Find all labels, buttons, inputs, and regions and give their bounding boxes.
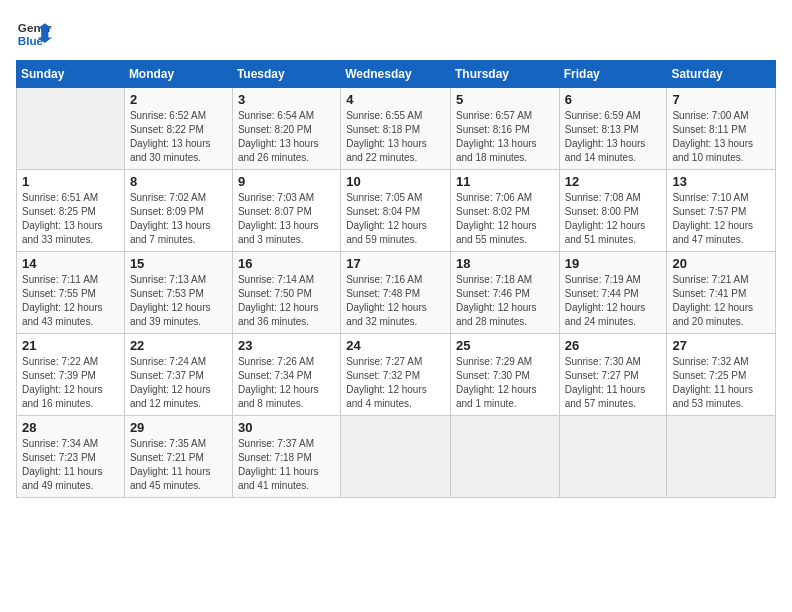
header-monday: Monday bbox=[124, 61, 232, 88]
day-info: Sunrise: 7:34 AM Sunset: 7:23 PM Dayligh… bbox=[22, 437, 119, 493]
day-number: 8 bbox=[130, 174, 227, 189]
calendar-cell: 1Sunrise: 6:51 AM Sunset: 8:25 PM Daylig… bbox=[17, 170, 125, 252]
day-info: Sunrise: 6:57 AM Sunset: 8:16 PM Dayligh… bbox=[456, 109, 554, 165]
calendar-cell: 27Sunrise: 7:32 AM Sunset: 7:25 PM Dayli… bbox=[667, 334, 776, 416]
day-number: 1 bbox=[22, 174, 119, 189]
day-number: 14 bbox=[22, 256, 119, 271]
day-info: Sunrise: 7:11 AM Sunset: 7:55 PM Dayligh… bbox=[22, 273, 119, 329]
calendar-cell: 28Sunrise: 7:34 AM Sunset: 7:23 PM Dayli… bbox=[17, 416, 125, 498]
day-info: Sunrise: 7:16 AM Sunset: 7:48 PM Dayligh… bbox=[346, 273, 445, 329]
day-info: Sunrise: 6:54 AM Sunset: 8:20 PM Dayligh… bbox=[238, 109, 335, 165]
day-info: Sunrise: 7:26 AM Sunset: 7:34 PM Dayligh… bbox=[238, 355, 335, 411]
logo: General Blue bbox=[16, 16, 52, 52]
day-info: Sunrise: 7:22 AM Sunset: 7:39 PM Dayligh… bbox=[22, 355, 119, 411]
day-info: Sunrise: 7:30 AM Sunset: 7:27 PM Dayligh… bbox=[565, 355, 662, 411]
calendar-week-3: 14Sunrise: 7:11 AM Sunset: 7:55 PM Dayli… bbox=[17, 252, 776, 334]
day-info: Sunrise: 7:03 AM Sunset: 8:07 PM Dayligh… bbox=[238, 191, 335, 247]
calendar-cell: 3Sunrise: 6:54 AM Sunset: 8:20 PM Daylig… bbox=[232, 88, 340, 170]
calendar-cell bbox=[341, 416, 451, 498]
calendar-cell: 17Sunrise: 7:16 AM Sunset: 7:48 PM Dayli… bbox=[341, 252, 451, 334]
day-info: Sunrise: 7:35 AM Sunset: 7:21 PM Dayligh… bbox=[130, 437, 227, 493]
calendar-cell: 23Sunrise: 7:26 AM Sunset: 7:34 PM Dayli… bbox=[232, 334, 340, 416]
day-info: Sunrise: 7:37 AM Sunset: 7:18 PM Dayligh… bbox=[238, 437, 335, 493]
day-info: Sunrise: 7:06 AM Sunset: 8:02 PM Dayligh… bbox=[456, 191, 554, 247]
calendar-cell: 18Sunrise: 7:18 AM Sunset: 7:46 PM Dayli… bbox=[450, 252, 559, 334]
calendar-cell: 21Sunrise: 7:22 AM Sunset: 7:39 PM Dayli… bbox=[17, 334, 125, 416]
day-number: 3 bbox=[238, 92, 335, 107]
calendar-cell: 9Sunrise: 7:03 AM Sunset: 8:07 PM Daylig… bbox=[232, 170, 340, 252]
header-tuesday: Tuesday bbox=[232, 61, 340, 88]
calendar-cell: 26Sunrise: 7:30 AM Sunset: 7:27 PM Dayli… bbox=[559, 334, 667, 416]
calendar-cell: 24Sunrise: 7:27 AM Sunset: 7:32 PM Dayli… bbox=[341, 334, 451, 416]
day-info: Sunrise: 7:05 AM Sunset: 8:04 PM Dayligh… bbox=[346, 191, 445, 247]
day-number: 4 bbox=[346, 92, 445, 107]
day-info: Sunrise: 7:29 AM Sunset: 7:30 PM Dayligh… bbox=[456, 355, 554, 411]
calendar-cell: 8Sunrise: 7:02 AM Sunset: 8:09 PM Daylig… bbox=[124, 170, 232, 252]
calendar-cell: 22Sunrise: 7:24 AM Sunset: 7:37 PM Dayli… bbox=[124, 334, 232, 416]
weekday-header-row: SundayMondayTuesdayWednesdayThursdayFrid… bbox=[17, 61, 776, 88]
day-info: Sunrise: 7:14 AM Sunset: 7:50 PM Dayligh… bbox=[238, 273, 335, 329]
calendar-cell: 16Sunrise: 7:14 AM Sunset: 7:50 PM Dayli… bbox=[232, 252, 340, 334]
header-friday: Friday bbox=[559, 61, 667, 88]
day-info: Sunrise: 7:18 AM Sunset: 7:46 PM Dayligh… bbox=[456, 273, 554, 329]
day-info: Sunrise: 7:08 AM Sunset: 8:00 PM Dayligh… bbox=[565, 191, 662, 247]
calendar-cell: 4Sunrise: 6:55 AM Sunset: 8:18 PM Daylig… bbox=[341, 88, 451, 170]
day-info: Sunrise: 7:00 AM Sunset: 8:11 PM Dayligh… bbox=[672, 109, 770, 165]
day-number: 20 bbox=[672, 256, 770, 271]
calendar-cell bbox=[667, 416, 776, 498]
day-number: 28 bbox=[22, 420, 119, 435]
day-number: 25 bbox=[456, 338, 554, 353]
calendar-cell: 7Sunrise: 7:00 AM Sunset: 8:11 PM Daylig… bbox=[667, 88, 776, 170]
calendar-cell: 11Sunrise: 7:06 AM Sunset: 8:02 PM Dayli… bbox=[450, 170, 559, 252]
calendar-cell: 30Sunrise: 7:37 AM Sunset: 7:18 PM Dayli… bbox=[232, 416, 340, 498]
day-number: 19 bbox=[565, 256, 662, 271]
header-wednesday: Wednesday bbox=[341, 61, 451, 88]
day-number: 15 bbox=[130, 256, 227, 271]
calendar-cell: 10Sunrise: 7:05 AM Sunset: 8:04 PM Dayli… bbox=[341, 170, 451, 252]
day-info: Sunrise: 7:32 AM Sunset: 7:25 PM Dayligh… bbox=[672, 355, 770, 411]
day-number: 12 bbox=[565, 174, 662, 189]
day-info: Sunrise: 6:59 AM Sunset: 8:13 PM Dayligh… bbox=[565, 109, 662, 165]
day-number: 23 bbox=[238, 338, 335, 353]
calendar-cell: 5Sunrise: 6:57 AM Sunset: 8:16 PM Daylig… bbox=[450, 88, 559, 170]
calendar-cell bbox=[17, 88, 125, 170]
day-info: Sunrise: 6:55 AM Sunset: 8:18 PM Dayligh… bbox=[346, 109, 445, 165]
day-number: 27 bbox=[672, 338, 770, 353]
day-number: 17 bbox=[346, 256, 445, 271]
day-number: 30 bbox=[238, 420, 335, 435]
calendar-cell bbox=[559, 416, 667, 498]
calendar-cell bbox=[450, 416, 559, 498]
day-info: Sunrise: 7:21 AM Sunset: 7:41 PM Dayligh… bbox=[672, 273, 770, 329]
calendar-table: SundayMondayTuesdayWednesdayThursdayFrid… bbox=[16, 60, 776, 498]
page-header: General Blue bbox=[16, 16, 776, 52]
day-number: 9 bbox=[238, 174, 335, 189]
day-info: Sunrise: 7:10 AM Sunset: 7:57 PM Dayligh… bbox=[672, 191, 770, 247]
day-info: Sunrise: 6:51 AM Sunset: 8:25 PM Dayligh… bbox=[22, 191, 119, 247]
day-number: 7 bbox=[672, 92, 770, 107]
calendar-week-1: 2Sunrise: 6:52 AM Sunset: 8:22 PM Daylig… bbox=[17, 88, 776, 170]
calendar-cell: 13Sunrise: 7:10 AM Sunset: 7:57 PM Dayli… bbox=[667, 170, 776, 252]
calendar-cell: 6Sunrise: 6:59 AM Sunset: 8:13 PM Daylig… bbox=[559, 88, 667, 170]
header-sunday: Sunday bbox=[17, 61, 125, 88]
day-number: 22 bbox=[130, 338, 227, 353]
header-thursday: Thursday bbox=[450, 61, 559, 88]
day-number: 29 bbox=[130, 420, 227, 435]
svg-text:Blue: Blue bbox=[18, 34, 44, 47]
calendar-cell: 12Sunrise: 7:08 AM Sunset: 8:00 PM Dayli… bbox=[559, 170, 667, 252]
calendar-week-4: 21Sunrise: 7:22 AM Sunset: 7:39 PM Dayli… bbox=[17, 334, 776, 416]
calendar-cell: 15Sunrise: 7:13 AM Sunset: 7:53 PM Dayli… bbox=[124, 252, 232, 334]
day-info: Sunrise: 7:27 AM Sunset: 7:32 PM Dayligh… bbox=[346, 355, 445, 411]
calendar-cell: 29Sunrise: 7:35 AM Sunset: 7:21 PM Dayli… bbox=[124, 416, 232, 498]
day-number: 21 bbox=[22, 338, 119, 353]
calendar-week-5: 28Sunrise: 7:34 AM Sunset: 7:23 PM Dayli… bbox=[17, 416, 776, 498]
day-number: 18 bbox=[456, 256, 554, 271]
calendar-cell: 20Sunrise: 7:21 AM Sunset: 7:41 PM Dayli… bbox=[667, 252, 776, 334]
day-number: 16 bbox=[238, 256, 335, 271]
day-number: 2 bbox=[130, 92, 227, 107]
day-info: Sunrise: 6:52 AM Sunset: 8:22 PM Dayligh… bbox=[130, 109, 227, 165]
day-number: 11 bbox=[456, 174, 554, 189]
day-number: 5 bbox=[456, 92, 554, 107]
calendar-week-2: 1Sunrise: 6:51 AM Sunset: 8:25 PM Daylig… bbox=[17, 170, 776, 252]
day-info: Sunrise: 7:02 AM Sunset: 8:09 PM Dayligh… bbox=[130, 191, 227, 247]
calendar-cell: 19Sunrise: 7:19 AM Sunset: 7:44 PM Dayli… bbox=[559, 252, 667, 334]
